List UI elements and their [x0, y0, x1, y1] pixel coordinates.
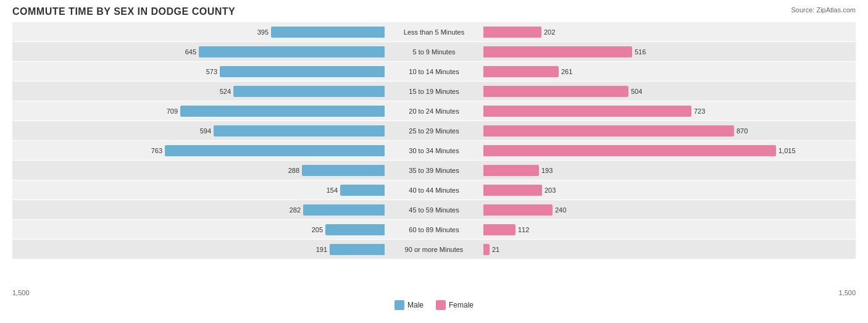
female-label: Female	[449, 301, 474, 309]
right-section: 261	[483, 66, 856, 77]
right-section: 1,015	[483, 145, 856, 156]
left-section: 288	[12, 165, 385, 176]
row-label: Less than 5 Minutes	[385, 28, 483, 36]
male-bar	[302, 165, 385, 176]
left-section: 709	[12, 106, 385, 117]
male-bar	[220, 66, 385, 77]
female-value: 203	[545, 187, 567, 194]
male-value: 191	[305, 246, 327, 253]
female-bar	[483, 106, 691, 117]
female-bar	[483, 185, 542, 196]
table-row: 282 45 to 59 Minutes 240	[12, 200, 856, 219]
female-bar	[483, 46, 632, 57]
right-section: 112	[483, 224, 856, 235]
female-value: 112	[518, 226, 540, 233]
left-section: 191	[12, 244, 385, 255]
left-section: 205	[12, 224, 385, 235]
axis-left: 1,500	[12, 289, 30, 296]
left-section: 645	[12, 46, 385, 57]
male-value: 594	[189, 127, 211, 135]
female-bar	[483, 165, 539, 176]
table-row: 205 60 to 89 Minutes 112	[12, 220, 856, 239]
male-bar	[199, 46, 385, 57]
table-row: 288 35 to 39 Minutes 193	[12, 161, 856, 180]
right-section: 193	[483, 165, 856, 176]
right-section: 202	[483, 27, 856, 38]
male-bar	[330, 244, 385, 255]
right-section: 723	[483, 106, 856, 117]
female-bar	[483, 125, 734, 136]
table-row: 395 Less than 5 Minutes 202	[12, 22, 856, 41]
left-section: 573	[12, 66, 385, 77]
row-label: 45 to 59 Minutes	[385, 206, 483, 214]
female-bar	[483, 27, 541, 38]
table-row: 524 15 to 19 Minutes 504	[12, 82, 856, 101]
row-label: 5 to 9 Minutes	[385, 48, 483, 56]
male-bar	[165, 145, 385, 156]
female-value: 504	[631, 88, 653, 95]
chart-title: COMMUTE TIME BY SEX IN DODGE COUNTY	[12, 6, 856, 17]
row-label: 35 to 39 Minutes	[385, 167, 483, 174]
male-value: 763	[140, 147, 162, 154]
female-value: 870	[737, 127, 759, 135]
legend: Male Female	[12, 300, 856, 310]
left-section: 395	[12, 27, 385, 38]
female-color-box	[436, 300, 446, 310]
female-bar	[483, 145, 776, 156]
row-label: 40 to 44 Minutes	[385, 187, 483, 194]
male-bar	[303, 204, 385, 216]
right-section: 21	[483, 244, 856, 255]
table-row: 154 40 to 44 Minutes 203	[12, 180, 856, 199]
source-label: Source: ZipAtlas.com	[791, 6, 856, 14]
right-section: 240	[483, 204, 856, 216]
female-value: 21	[492, 246, 514, 253]
row-label: 60 to 89 Minutes	[385, 226, 483, 233]
male-label: Male	[407, 301, 424, 309]
chart-container: COMMUTE TIME BY SEX IN DODGE COUNTY Sour…	[0, 0, 868, 323]
left-section: 282	[12, 204, 385, 216]
left-section: 594	[12, 125, 385, 136]
female-value: 202	[544, 28, 566, 36]
female-bar	[483, 204, 553, 216]
right-section: 203	[483, 185, 856, 196]
row-label: 10 to 14 Minutes	[385, 68, 483, 75]
male-bar	[271, 27, 385, 38]
male-bar	[180, 106, 385, 117]
chart-area: 395 Less than 5 Minutes 202 645 5 to 9 M…	[12, 22, 856, 288]
table-row: 645 5 to 9 Minutes 516	[12, 42, 856, 61]
right-section: 870	[483, 125, 856, 136]
left-section: 524	[12, 86, 385, 97]
male-value: 288	[277, 167, 299, 174]
left-section: 763	[12, 145, 385, 156]
table-row: 594 25 to 29 Minutes 870	[12, 121, 856, 140]
row-label: 30 to 34 Minutes	[385, 147, 483, 154]
axis-right: 1,500	[838, 289, 856, 296]
male-bar	[233, 86, 385, 97]
male-value: 524	[209, 88, 231, 95]
male-value: 709	[156, 107, 178, 115]
male-bar	[340, 185, 385, 196]
female-bar	[483, 244, 490, 255]
female-value: 193	[541, 167, 564, 174]
female-value: 723	[694, 107, 716, 115]
row-label: 90 or more Minutes	[385, 246, 483, 253]
right-section: 504	[483, 86, 856, 97]
female-value: 240	[555, 206, 577, 214]
female-bar	[483, 86, 628, 97]
female-value: 516	[635, 48, 657, 56]
male-color-box	[394, 300, 404, 310]
female-bar	[483, 224, 515, 235]
table-row: 763 30 to 34 Minutes 1,015	[12, 141, 856, 160]
male-bar	[214, 125, 385, 136]
female-value: 261	[561, 68, 583, 75]
left-section: 154	[12, 185, 385, 196]
female-bar	[483, 66, 559, 77]
axis-labels: 1,500 1,500	[12, 289, 856, 296]
right-section: 516	[483, 46, 856, 57]
row-label: 25 to 29 Minutes	[385, 127, 483, 135]
legend-female: Female	[436, 300, 474, 310]
female-value: 1,015	[778, 147, 801, 154]
legend-male: Male	[394, 300, 424, 310]
table-row: 573 10 to 14 Minutes 261	[12, 62, 856, 81]
table-row: 191 90 or more Minutes 21	[12, 240, 856, 259]
